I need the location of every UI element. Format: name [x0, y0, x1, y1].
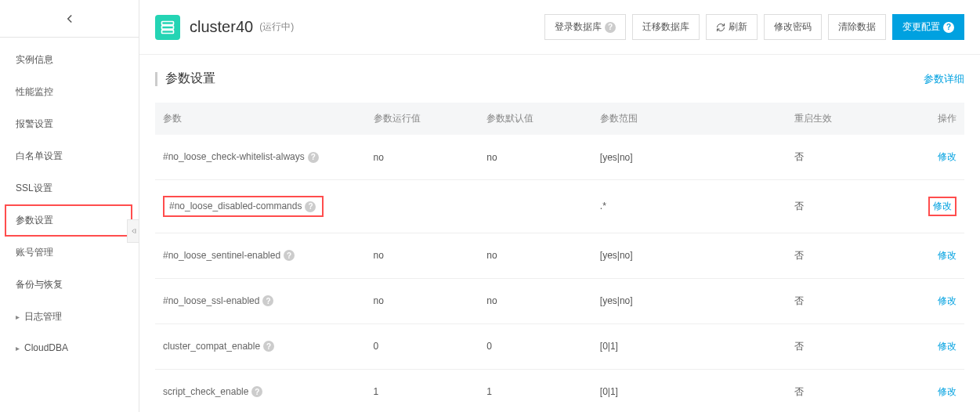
migrate-db-button[interactable]: 迁移数据库	[632, 14, 700, 40]
range-cell: [yes|no]	[592, 135, 787, 180]
th-param: 参数	[155, 103, 366, 135]
param-cell: #no_loose_ssl-enabled?	[155, 278, 366, 323]
sidebar-item-logs[interactable]: 日志管理	[0, 301, 139, 333]
table-row: #no_loose_check-whitelist-always?nono[ye…	[155, 135, 964, 180]
param-cell: cluster_compat_enable?	[155, 323, 366, 369]
restart-cell: 否	[787, 278, 900, 323]
button-label: 清除数据	[838, 20, 876, 34]
restart-cell: 否	[787, 180, 900, 233]
run-cell: 1	[366, 369, 479, 412]
run-cell: no	[366, 278, 479, 323]
svg-rect-2	[162, 25, 174, 28]
sidebar-item-label: SSL设置	[16, 182, 52, 195]
sidebar-nav: 实例信息 性能监控 报警设置 白名单设置 SSL设置 参数设置 账号管理 备份与…	[0, 38, 139, 363]
sidebar-item-label: 白名单设置	[16, 150, 63, 163]
table-row: #no_loose_ssl-enabled?nono[yes|no]否修改	[155, 278, 964, 323]
default-cell: no	[479, 278, 592, 323]
param-name: script_check_enable	[163, 386, 248, 397]
param-cell: script_check_enable?	[155, 369, 366, 412]
modify-link[interactable]: 修改	[938, 250, 956, 261]
param-name: #no_loose_disabled-commands	[169, 201, 302, 211]
sidebar-item-label: 账号管理	[16, 246, 53, 259]
login-db-button[interactable]: 登录数据库?	[544, 14, 626, 40]
default-cell: no	[479, 233, 592, 278]
sidebar-item-clouddba[interactable]: CloudDBA	[0, 333, 139, 363]
default-cell: 1	[479, 369, 592, 412]
help-icon: ?	[605, 22, 616, 33]
back-button[interactable]	[0, 0, 139, 38]
sidebar-item-whitelist[interactable]: 白名单设置	[0, 140, 139, 172]
table-row: #no_loose_disabled-commands?.*否修改	[155, 180, 964, 233]
sidebar: 实例信息 性能监控 报警设置 白名单设置 SSL设置 参数设置 账号管理 备份与…	[0, 0, 139, 412]
table-row: script_check_enable?11[0|1]否修改	[155, 369, 964, 412]
param-name: #no_loose_sentinel-enabled	[163, 250, 280, 261]
run-cell: no	[366, 233, 479, 278]
th-run-value: 参数运行值	[366, 103, 479, 135]
sidebar-item-label: 备份与恢复	[16, 278, 63, 291]
sidebar-item-label: CloudDBA	[24, 342, 68, 353]
content-area: 参数设置 参数详细 参数 参数运行值 参数默认值 参数范围 重启生效 操作 #n…	[139, 55, 980, 412]
sidebar-item-ssl[interactable]: SSL设置	[0, 172, 139, 204]
page-header: cluster40 (运行中) 登录数据库? 迁移数据库 刷新 修改密码 清除数…	[139, 0, 980, 55]
param-name: cluster_compat_enable	[163, 341, 260, 352]
action-cell: 修改	[899, 233, 964, 278]
help-icon[interactable]: ?	[305, 201, 316, 212]
section-bar	[155, 72, 157, 86]
help-icon[interactable]: ?	[284, 250, 295, 261]
refresh-button[interactable]: 刷新	[706, 14, 758, 40]
cluster-title: cluster40	[190, 18, 253, 36]
sidebar-collapse-button[interactable]	[127, 219, 139, 243]
restart-cell: 否	[787, 233, 900, 278]
cluster-icon	[155, 15, 180, 40]
th-default-value: 参数默认值	[479, 103, 592, 135]
modify-link[interactable]: 修改	[938, 295, 956, 306]
back-icon	[63, 12, 77, 26]
help-icon[interactable]: ?	[263, 341, 274, 352]
range-cell: [0|1]	[592, 323, 787, 369]
restart-cell: 否	[787, 135, 900, 180]
param-cell: #no_loose_check-whitelist-always?	[155, 135, 366, 180]
header-actions: 登录数据库? 迁移数据库 刷新 修改密码 清除数据 变更配置 ?	[544, 14, 964, 40]
help-icon[interactable]: ?	[308, 152, 319, 163]
button-label: 迁移数据库	[642, 20, 689, 34]
param-cell: #no_loose_disabled-commands?	[155, 180, 366, 233]
sidebar-item-label: 报警设置	[16, 117, 53, 131]
sidebar-item-account[interactable]: 账号管理	[0, 237, 139, 269]
sidebar-item-label: 日志管理	[24, 310, 62, 323]
th-restart: 重启生效	[787, 103, 900, 135]
help-icon[interactable]: ?	[262, 295, 273, 306]
range-cell: .*	[592, 180, 787, 233]
change-config-button[interactable]: 变更配置 ?	[892, 14, 964, 40]
collapse-icon	[129, 227, 137, 235]
range-cell: [0|1]	[592, 369, 787, 412]
modify-link[interactable]: 修改	[938, 341, 956, 352]
sidebar-item-performance[interactable]: 性能监控	[0, 76, 139, 108]
button-label: 刷新	[729, 20, 747, 34]
section-title: 参数设置	[165, 70, 215, 87]
param-name: #no_loose_ssl-enabled	[163, 295, 259, 306]
sidebar-item-label: 性能监控	[16, 85, 53, 99]
th-action: 操作	[899, 103, 964, 135]
range-cell: [yes|no]	[592, 278, 787, 323]
clear-data-button[interactable]: 清除数据	[828, 14, 886, 40]
run-cell	[366, 180, 479, 233]
sidebar-item-params[interactable]: 参数设置	[5, 204, 132, 237]
change-password-button[interactable]: 修改密码	[764, 14, 822, 40]
modify-link[interactable]: 修改	[933, 201, 952, 211]
restart-cell: 否	[787, 369, 900, 412]
table-row: #no_loose_sentinel-enabled?nono[yes|no]否…	[155, 233, 964, 278]
sidebar-item-backup[interactable]: 备份与恢复	[0, 269, 139, 301]
sidebar-item-instance-info[interactable]: 实例信息	[0, 44, 139, 76]
modify-link[interactable]: 修改	[938, 151, 956, 162]
action-cell: 修改	[899, 135, 964, 180]
button-label: 修改密码	[774, 20, 812, 34]
action-cell: 修改	[899, 278, 964, 323]
help-icon[interactable]: ?	[251, 386, 262, 397]
main-content: cluster40 (运行中) 登录数据库? 迁移数据库 刷新 修改密码 清除数…	[139, 0, 980, 412]
sidebar-item-alarm[interactable]: 报警设置	[0, 108, 139, 140]
sidebar-item-label: 实例信息	[16, 53, 53, 67]
range-cell: [yes|no]	[592, 233, 787, 278]
button-label: 登录数据库	[555, 20, 602, 34]
modify-link[interactable]: 修改	[938, 386, 956, 397]
params-detail-link[interactable]: 参数详细	[924, 72, 964, 86]
